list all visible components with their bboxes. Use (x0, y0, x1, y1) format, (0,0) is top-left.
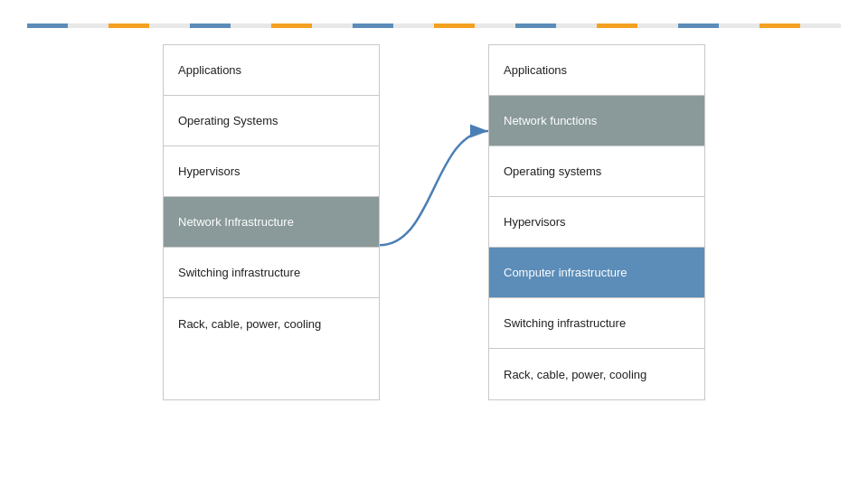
columns-wrapper: ApplicationsOperating SystemsHypervisors… (163, 44, 705, 400)
header (0, 0, 868, 28)
right-column: ApplicationsNetwork functionsOperating s… (488, 44, 705, 400)
right-cell: Rack, cable, power, cooling (489, 349, 704, 399)
arrow-spacer (380, 44, 488, 400)
right-cell: Computer infrastructure (489, 248, 704, 298)
color-bar (27, 23, 841, 28)
left-cell: Operating Systems (164, 96, 379, 146)
right-cell: Applications (489, 45, 704, 96)
left-cell: Hypervisors (164, 146, 379, 197)
left-cell: Rack, cable, power, cooling (164, 298, 379, 349)
left-column: ApplicationsOperating SystemsHypervisors… (163, 44, 380, 400)
right-cell: Hypervisors (489, 197, 704, 248)
main-content: ApplicationsOperating SystemsHypervisors… (0, 44, 868, 400)
connecting-arrow (380, 44, 488, 400)
right-cell: Network functions (489, 96, 704, 146)
left-cell: Switching infrastructure (164, 248, 379, 298)
left-cell: Network Infrastructure (164, 197, 379, 248)
right-cell: Switching infrastructure (489, 298, 704, 349)
right-cell: Operating systems (489, 146, 704, 197)
left-cell: Applications (164, 45, 379, 96)
